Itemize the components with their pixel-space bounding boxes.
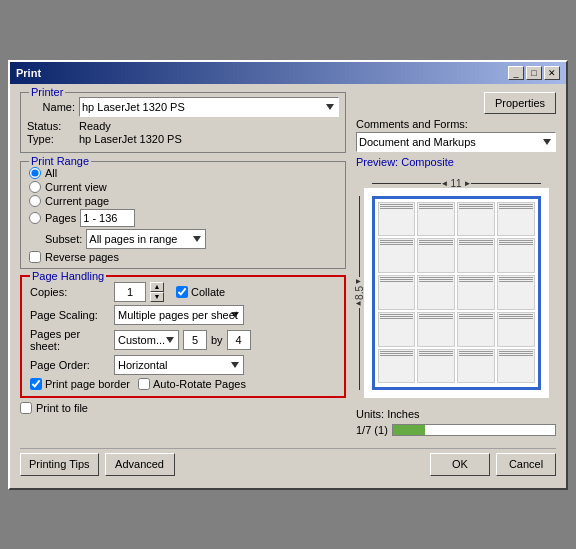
ok-button[interactable]: OK xyxy=(430,453,490,476)
pages-per-sheet-x-input[interactable] xyxy=(183,330,207,350)
title-bar: Print _ □ ✕ xyxy=(10,62,566,84)
close-button[interactable]: ✕ xyxy=(544,66,560,80)
preview-wrapper: ◄ 11 ► ▲ 8.5 ▼ xyxy=(364,188,549,398)
page-order-label: Page Order: xyxy=(30,359,110,371)
preview-cell xyxy=(417,349,455,384)
preview-cell xyxy=(378,275,416,310)
preview-cell xyxy=(457,312,495,347)
all-radio[interactable] xyxy=(29,167,41,179)
all-radio-row: All xyxy=(29,167,337,179)
comments-forms-label: Comments and Forms: xyxy=(356,118,556,130)
print-to-file-row: Print to file xyxy=(20,402,346,414)
dialog-body: Printer Name: hp LaserJet 1320 PS Status… xyxy=(10,84,566,488)
collate-group: Collate xyxy=(176,286,225,298)
print-range-title: Print Range xyxy=(29,155,91,167)
pages-per-sheet-custom-select[interactable]: Custom... xyxy=(114,330,179,350)
comments-forms-select[interactable]: Document and Markups xyxy=(356,132,556,152)
page-handling-group: Page Handling Copies: ▲ ▼ Collate xyxy=(20,275,346,398)
current-page-radio[interactable] xyxy=(29,195,41,207)
status-label: Status: xyxy=(27,120,75,132)
preview-cell xyxy=(457,202,495,237)
printer-name-select[interactable]: hp LaserJet 1320 PS xyxy=(79,97,339,117)
preview-cell xyxy=(497,238,535,273)
progress-bar xyxy=(392,424,556,436)
print-to-file-label: Print to file xyxy=(36,402,88,414)
preview-cell xyxy=(417,202,455,237)
units-label: Units: Inches xyxy=(356,408,556,420)
preview-cell xyxy=(457,238,495,273)
subset-select[interactable]: All pages in range xyxy=(86,229,206,249)
copies-down-button[interactable]: ▼ xyxy=(150,292,164,302)
progress-bar-fill xyxy=(393,425,425,435)
dialog-title: Print xyxy=(16,67,41,79)
page-order-select[interactable]: Horizontal xyxy=(114,355,244,375)
preview-cell xyxy=(378,202,416,237)
type-value: hp LaserJet 1320 PS xyxy=(79,133,182,145)
pages-radio[interactable] xyxy=(29,212,41,224)
current-page-radio-row: Current page xyxy=(29,195,337,207)
printer-name-row: Name: hp LaserJet 1320 PS xyxy=(27,97,339,117)
page-order-row: Page Order: Horizontal xyxy=(30,355,336,375)
dim-top-line xyxy=(359,196,360,277)
auto-rotate-item: Auto-Rotate Pages xyxy=(138,378,246,390)
preview-grid xyxy=(375,199,538,387)
current-view-radio-row: Current view xyxy=(29,181,337,193)
printer-group: Printer Name: hp LaserJet 1320 PS Status… xyxy=(20,92,346,153)
progress-row: 1/7 (1) xyxy=(356,424,556,436)
preview-cell xyxy=(378,238,416,273)
preview-cell xyxy=(417,275,455,310)
dim-left-line xyxy=(372,183,441,184)
page-handling-title: Page Handling xyxy=(30,270,106,282)
printer-status-row: Status: Ready xyxy=(27,120,339,132)
pages-label: Pages xyxy=(45,212,76,224)
bottom-buttons: Printing Tips Advanced OK Cancel xyxy=(20,448,556,480)
current-view-radio[interactable] xyxy=(29,181,41,193)
page-count: 1/7 (1) xyxy=(356,424,388,436)
maximize-button[interactable]: □ xyxy=(526,66,542,80)
preview-cell xyxy=(497,275,535,310)
status-value: Ready xyxy=(79,120,111,132)
pages-radio-row: Pages 1 - 136 xyxy=(29,209,337,227)
copies-row: Copies: ▲ ▼ Collate xyxy=(30,282,336,302)
up-arrow-icon: ▲ xyxy=(354,277,363,285)
printer-type-row: Type: hp LaserJet 1320 PS xyxy=(27,133,339,145)
name-label: Name: xyxy=(27,101,75,113)
print-page-border-checkbox[interactable] xyxy=(30,378,42,390)
advanced-button[interactable]: Advanced xyxy=(105,453,175,476)
bottom-right-buttons: OK Cancel xyxy=(430,453,556,476)
cancel-button[interactable]: Cancel xyxy=(496,453,556,476)
auto-rotate-checkbox[interactable] xyxy=(138,378,150,390)
properties-button[interactable]: Properties xyxy=(484,92,556,114)
copies-label: Copies: xyxy=(30,286,110,298)
page-handling-checkboxes: Print page border Auto-Rotate Pages xyxy=(30,378,336,390)
auto-rotate-label: Auto-Rotate Pages xyxy=(153,378,246,390)
type-label: Type: xyxy=(27,133,75,145)
print-to-file-checkbox[interactable] xyxy=(20,402,32,414)
copies-input[interactable] xyxy=(114,282,146,302)
comments-forms-section: Comments and Forms: Document and Markups xyxy=(356,118,556,152)
print-dialog: Print _ □ ✕ Printer Name: hp LaserJet 13… xyxy=(8,60,568,490)
right-arrow-icon: ► xyxy=(464,179,472,188)
preview-cell xyxy=(457,349,495,384)
current-view-label: Current view xyxy=(45,181,107,193)
pages-per-sheet-label: Pages persheet: xyxy=(30,328,110,352)
print-page-border-label: Print page border xyxy=(45,378,130,390)
reverse-pages-row: Reverse pages xyxy=(29,251,337,263)
title-bar-controls: _ □ ✕ xyxy=(508,66,560,80)
preview-cell xyxy=(497,202,535,237)
collate-label: Collate xyxy=(191,286,225,298)
reverse-pages-label: Reverse pages xyxy=(45,251,119,263)
pages-input[interactable]: 1 - 136 xyxy=(80,209,135,227)
by-label: by xyxy=(211,334,223,346)
printing-tips-button[interactable]: Printing Tips xyxy=(20,453,99,476)
minimize-button[interactable]: _ xyxy=(508,66,524,80)
collate-checkbox[interactable] xyxy=(176,286,188,298)
preview-cell xyxy=(378,349,416,384)
page-scaling-select[interactable]: Multiple pages per sheet xyxy=(114,305,244,325)
all-label: All xyxy=(45,167,57,179)
preview-cell xyxy=(497,312,535,347)
copies-up-button[interactable]: ▲ xyxy=(150,282,164,292)
preview-cell xyxy=(497,349,535,384)
reverse-pages-checkbox[interactable] xyxy=(29,251,41,263)
pages-per-sheet-y-input[interactable] xyxy=(227,330,251,350)
